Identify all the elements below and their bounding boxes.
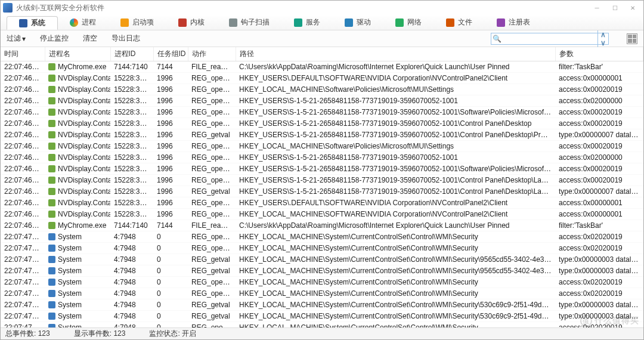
col-process[interactable]: 进程名 <box>45 47 110 61</box>
tab-3[interactable]: 内核 <box>166 15 217 30</box>
ico-svc-icon <box>294 18 302 27</box>
ico-reg-icon <box>497 18 505 27</box>
process-icon <box>48 131 55 138</box>
table-row[interactable]: 22:07:47:083System4:79480REG_openkeyHKEY… <box>1 288 643 299</box>
table-row[interactable]: 22:07:47:084System4:79480REG_getvalHKEY_… <box>1 311 643 322</box>
process-icon <box>48 177 55 184</box>
ico-drv-icon <box>345 18 353 27</box>
maximize-button[interactable]: ☐ <box>606 2 623 14</box>
event-table: 时间 进程名 进程ID 任务组ID 动作 路径 参数 22:07:46:223M… <box>1 47 643 327</box>
main-tabs: 系统进程启动项内核钩子扫描服务驱动网络文件注册表 <box>1 15 643 30</box>
search-icon: 🔍 <box>491 35 502 43</box>
tab-7[interactable]: 网络 <box>383 15 434 30</box>
tab-9[interactable]: 注册表 <box>485 15 543 30</box>
process-icon <box>48 290 55 297</box>
col-time[interactable]: 时间 <box>1 47 45 61</box>
process-icon <box>48 256 55 263</box>
process-icon <box>48 188 55 195</box>
ico-proc-icon <box>70 18 78 27</box>
table-row[interactable]: 22:07:47:083System4:79480REG_getvalHKEY_… <box>1 299 643 311</box>
view-grid-button[interactable] <box>627 33 637 44</box>
tab-6[interactable]: 驱动 <box>333 15 383 30</box>
process-icon <box>48 222 55 229</box>
minimize-button[interactable]: ─ <box>589 2 605 14</box>
table-row[interactable]: 22:07:46:416NVDisplay.Container....15228… <box>1 209 643 220</box>
table-row[interactable]: 22:07:47:083System4:79480REG_openkeyHKEY… <box>1 277 643 288</box>
process-icon <box>48 245 55 252</box>
table-row[interactable]: 22:07:46:416NVDisplay.Container....15228… <box>1 175 643 186</box>
process-icon <box>48 63 55 70</box>
process-icon <box>48 120 55 127</box>
ico-kern-icon <box>178 18 187 27</box>
table-row[interactable]: 22:07:47:083System4:79480REG_getvalHKEY_… <box>1 254 643 265</box>
app-icon <box>3 3 13 13</box>
process-icon <box>48 233 55 240</box>
process-icon <box>48 301 55 308</box>
process-icon <box>48 267 55 274</box>
window-title: 火绒剑-互联网安全分析软件 <box>16 3 589 13</box>
status-monitor: 监控状态: 开启 <box>149 329 196 339</box>
ico-start-icon <box>120 18 129 27</box>
titlebar: 火绒剑-互联网安全分析软件 ─ ☐ ✕ <box>1 1 643 15</box>
process-icon <box>48 211 55 218</box>
tab-8[interactable]: 文件 <box>434 15 485 30</box>
table-row[interactable]: 22:07:46:416NVDisplay.Container....15228… <box>1 163 643 175</box>
process-icon <box>48 324 55 327</box>
col-path[interactable]: 路径 <box>236 47 555 61</box>
event-table-wrap[interactable]: 时间 进程名 进程ID 任务组ID 动作 路径 参数 22:07:46:223M… <box>1 47 643 327</box>
process-icon <box>48 86 55 93</box>
table-row[interactable]: 22:07:46:416NVDisplay.Container....15228… <box>1 186 643 197</box>
ico-net-icon <box>395 18 404 27</box>
table-row[interactable]: 22:07:46:416NVDisplay.Container....15228… <box>1 107 643 118</box>
col-action[interactable]: 动作 <box>188 47 236 61</box>
table-row[interactable]: 22:07:46:416NVDisplay.Container....15228… <box>1 84 643 95</box>
status-shown: 显示事件数: 123 <box>74 329 126 339</box>
table-row[interactable]: 22:07:46:726MyChrome.exe7144:71407144FIL… <box>1 220 643 231</box>
table-row[interactable]: 22:07:46:416NVDisplay.Container....15228… <box>1 118 643 129</box>
clear-button[interactable]: 清空 <box>83 33 97 44</box>
table-row[interactable]: 22:07:46:416NVDisplay.Container....15228… <box>1 141 643 152</box>
ico-hook-icon <box>229 18 237 27</box>
process-icon <box>48 97 55 104</box>
close-button[interactable]: ✕ <box>624 2 641 14</box>
export-log-button[interactable]: 导出日志 <box>112 33 140 44</box>
tab-2[interactable]: 启动项 <box>109 15 166 30</box>
tab-1[interactable]: 进程 <box>58 15 109 30</box>
table-row[interactable]: 22:07:47:084System4:79480REG_openkeyHKEY… <box>1 322 643 328</box>
ico-sys-icon <box>19 19 27 27</box>
process-icon <box>48 143 55 150</box>
tab-4[interactable]: 钩子扫描 <box>217 15 282 30</box>
tab-0[interactable]: 系统 <box>7 16 58 30</box>
search-input[interactable] <box>502 35 597 43</box>
process-icon <box>48 165 55 172</box>
toolbar: 过滤 ▾ 停止监控 清空 导出日志 🔍 ∧ ∨ <box>1 30 643 47</box>
search-box[interactable]: 🔍 ∧ ∨ <box>491 33 609 45</box>
process-icon <box>48 109 55 116</box>
table-row[interactable]: 22:07:47:083System4:79480REG_getvalHKEY_… <box>1 265 643 277</box>
table-row[interactable]: 22:07:46:416NVDisplay.Container....15228… <box>1 129 643 141</box>
table-row[interactable]: 22:07:46:416NVDisplay.Container....15228… <box>1 95 643 107</box>
process-icon <box>48 199 55 206</box>
process-icon <box>48 75 55 82</box>
tab-5[interactable]: 服务 <box>282 15 333 30</box>
table-row[interactable]: 22:07:46:415NVDisplay.Container....15228… <box>1 73 643 84</box>
statusbar: 总事件数: 123 显示事件数: 123 监控状态: 开启 <box>1 327 643 339</box>
stop-monitor-button[interactable]: 停止监控 <box>40 33 69 44</box>
status-total: 总事件数: 123 <box>5 329 50 339</box>
table-row[interactable]: 22:07:47:083System4:79480REG_openkeyHKEY… <box>1 243 643 254</box>
search-options-button[interactable]: ∧ ∨ <box>597 30 608 47</box>
filter-button[interactable]: 过滤 ▾ <box>7 33 26 44</box>
table-row[interactable]: 22:07:47:083System4:79480REG_openkeyHKEY… <box>1 231 643 243</box>
table-row[interactable]: 22:07:46:416NVDisplay.Container....15228… <box>1 197 643 209</box>
process-icon <box>48 313 55 320</box>
process-icon <box>48 279 55 286</box>
ico-file-icon <box>446 18 454 27</box>
table-row[interactable]: 22:07:46:416NVDisplay.Container....15228… <box>1 152 643 163</box>
col-group[interactable]: 任务组ID <box>153 47 188 61</box>
col-pid[interactable]: 进程ID <box>110 47 153 61</box>
table-row[interactable]: 22:07:46:223MyChrome.exe7144:71407144FIL… <box>1 61 643 73</box>
process-icon <box>48 154 55 161</box>
col-param[interactable]: 参数 <box>555 47 643 61</box>
